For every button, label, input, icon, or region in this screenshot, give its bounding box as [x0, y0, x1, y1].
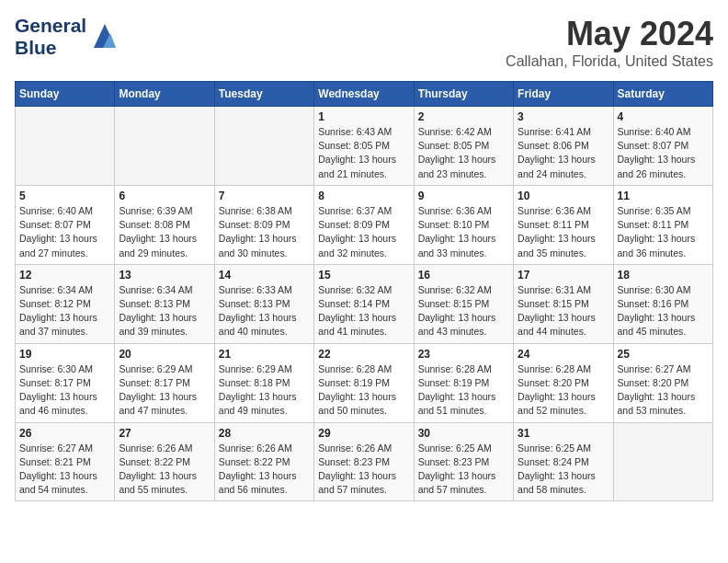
- day-info: Sunrise: 6:28 AMSunset: 8:19 PMDaylight:…: [418, 362, 509, 419]
- calendar-table: SundayMondayTuesdayWednesdayThursdayFrid…: [15, 81, 713, 501]
- calendar-week-row: 26Sunrise: 6:27 AMSunset: 8:21 PMDayligh…: [16, 422, 713, 501]
- calendar-cell: 19Sunrise: 6:30 AMSunset: 8:17 PMDayligh…: [16, 343, 115, 422]
- calendar-cell: 16Sunrise: 6:32 AMSunset: 8:15 PMDayligh…: [414, 264, 513, 343]
- day-number: 28: [219, 427, 310, 440]
- calendar-cell: 8Sunrise: 6:37 AMSunset: 8:09 PMDaylight…: [314, 185, 414, 264]
- calendar-cell: 17Sunrise: 6:31 AMSunset: 8:15 PMDayligh…: [514, 264, 613, 343]
- day-number: 20: [119, 348, 210, 361]
- day-number: 7: [219, 190, 310, 202]
- calendar-cell: 10Sunrise: 6:36 AMSunset: 8:11 PMDayligh…: [514, 185, 613, 264]
- day-number: 4: [618, 110, 709, 123]
- logo-text: GeneralBlue: [15, 15, 86, 59]
- day-number: 3: [518, 110, 609, 123]
- logo-icon: [90, 20, 119, 53]
- weekday-header-thursday: Thursday: [414, 82, 513, 107]
- day-info: Sunrise: 6:32 AMSunset: 8:14 PMDaylight:…: [318, 283, 409, 339]
- calendar-cell: 21Sunrise: 6:29 AMSunset: 8:18 PMDayligh…: [214, 343, 313, 422]
- day-info: Sunrise: 6:39 AMSunset: 8:08 PMDaylight:…: [119, 204, 210, 260]
- calendar-cell: 30Sunrise: 6:25 AMSunset: 8:23 PMDayligh…: [414, 422, 513, 501]
- calendar-cell: 9Sunrise: 6:36 AMSunset: 8:10 PMDaylight…: [414, 185, 513, 264]
- calendar-cell: [16, 107, 115, 186]
- day-number: 24: [518, 348, 609, 361]
- day-info: Sunrise: 6:32 AMSunset: 8:15 PMDaylight:…: [418, 283, 509, 339]
- day-info: Sunrise: 6:42 AMSunset: 8:05 PMDaylight:…: [418, 125, 509, 181]
- calendar-cell: 12Sunrise: 6:34 AMSunset: 8:12 PMDayligh…: [16, 264, 115, 343]
- day-number: 1: [318, 110, 409, 123]
- day-number: 30: [418, 427, 509, 440]
- day-number: 29: [318, 427, 409, 440]
- day-number: 9: [418, 190, 509, 202]
- calendar-week-row: 19Sunrise: 6:30 AMSunset: 8:17 PMDayligh…: [16, 343, 713, 422]
- calendar-cell: 4Sunrise: 6:40 AMSunset: 8:07 PMDaylight…: [613, 107, 712, 186]
- calendar-cell: 28Sunrise: 6:26 AMSunset: 8:22 PMDayligh…: [214, 422, 313, 501]
- day-number: 17: [518, 269, 609, 282]
- calendar-cell: 23Sunrise: 6:28 AMSunset: 8:19 PMDayligh…: [414, 343, 513, 422]
- day-info: Sunrise: 6:40 AMSunset: 8:07 PMDaylight:…: [19, 204, 110, 260]
- day-info: Sunrise: 6:34 AMSunset: 8:12 PMDaylight:…: [19, 283, 110, 339]
- calendar-week-row: 1Sunrise: 6:43 AMSunset: 8:05 PMDaylight…: [16, 107, 713, 186]
- day-info: Sunrise: 6:27 AMSunset: 8:20 PMDaylight:…: [618, 362, 709, 419]
- day-info: Sunrise: 6:37 AMSunset: 8:09 PMDaylight:…: [318, 204, 409, 260]
- day-info: Sunrise: 6:26 AMSunset: 8:23 PMDaylight:…: [318, 442, 409, 498]
- calendar-cell: 15Sunrise: 6:32 AMSunset: 8:14 PMDayligh…: [314, 264, 414, 343]
- weekday-header-tuesday: Tuesday: [214, 82, 313, 107]
- weekday-header-wednesday: Wednesday: [314, 82, 414, 107]
- day-number: 21: [219, 348, 310, 361]
- calendar-cell: 18Sunrise: 6:30 AMSunset: 8:16 PMDayligh…: [613, 264, 712, 343]
- day-number: 8: [318, 190, 409, 202]
- logo: GeneralBlue: [15, 15, 119, 59]
- sub-title: Callahan, Florida, United States: [506, 53, 713, 70]
- day-info: Sunrise: 6:34 AMSunset: 8:13 PMDaylight:…: [119, 283, 210, 339]
- calendar-cell: 22Sunrise: 6:28 AMSunset: 8:19 PMDayligh…: [314, 343, 414, 422]
- day-info: Sunrise: 6:28 AMSunset: 8:19 PMDaylight:…: [318, 362, 409, 419]
- calendar-cell: 14Sunrise: 6:33 AMSunset: 8:13 PMDayligh…: [214, 264, 313, 343]
- calendar-week-row: 5Sunrise: 6:40 AMSunset: 8:07 PMDaylight…: [16, 185, 713, 264]
- weekday-header-saturday: Saturday: [613, 82, 712, 107]
- weekday-header-sunday: Sunday: [16, 82, 115, 107]
- calendar-cell: 2Sunrise: 6:42 AMSunset: 8:05 PMDaylight…: [414, 107, 513, 186]
- day-number: 31: [518, 427, 609, 440]
- weekday-header-monday: Monday: [115, 82, 214, 107]
- day-info: Sunrise: 6:38 AMSunset: 8:09 PMDaylight:…: [219, 204, 310, 260]
- weekday-header-friday: Friday: [514, 82, 613, 107]
- day-info: Sunrise: 6:33 AMSunset: 8:13 PMDaylight:…: [219, 283, 310, 339]
- day-info: Sunrise: 6:30 AMSunset: 8:17 PMDaylight:…: [19, 362, 110, 419]
- day-info: Sunrise: 6:40 AMSunset: 8:07 PMDaylight:…: [618, 125, 709, 181]
- day-info: Sunrise: 6:25 AMSunset: 8:24 PMDaylight:…: [518, 442, 609, 498]
- calendar-cell: 25Sunrise: 6:27 AMSunset: 8:20 PMDayligh…: [613, 343, 712, 422]
- day-number: 27: [119, 427, 210, 440]
- calendar-cell: [214, 107, 313, 186]
- day-info: Sunrise: 6:29 AMSunset: 8:18 PMDaylight:…: [219, 362, 310, 419]
- calendar-cell: [613, 422, 712, 501]
- calendar-cell: 29Sunrise: 6:26 AMSunset: 8:23 PMDayligh…: [314, 422, 414, 501]
- day-number: 18: [618, 269, 709, 282]
- day-number: 11: [618, 190, 709, 202]
- calendar-cell: 24Sunrise: 6:28 AMSunset: 8:20 PMDayligh…: [514, 343, 613, 422]
- weekday-header-row: SundayMondayTuesdayWednesdayThursdayFrid…: [16, 82, 713, 107]
- day-number: 5: [19, 190, 110, 202]
- day-info: Sunrise: 6:29 AMSunset: 8:17 PMDaylight:…: [119, 362, 210, 419]
- day-info: Sunrise: 6:31 AMSunset: 8:15 PMDaylight:…: [518, 283, 609, 339]
- day-info: Sunrise: 6:28 AMSunset: 8:20 PMDaylight:…: [518, 362, 609, 419]
- day-info: Sunrise: 6:36 AMSunset: 8:10 PMDaylight:…: [418, 204, 509, 260]
- day-number: 6: [119, 190, 210, 202]
- day-info: Sunrise: 6:36 AMSunset: 8:11 PMDaylight:…: [518, 204, 609, 260]
- day-info: Sunrise: 6:26 AMSunset: 8:22 PMDaylight:…: [119, 442, 210, 498]
- calendar-cell: 20Sunrise: 6:29 AMSunset: 8:17 PMDayligh…: [115, 343, 214, 422]
- calendar-cell: 26Sunrise: 6:27 AMSunset: 8:21 PMDayligh…: [16, 422, 115, 501]
- calendar-cell: 1Sunrise: 6:43 AMSunset: 8:05 PMDaylight…: [314, 107, 414, 186]
- day-number: 26: [19, 427, 110, 440]
- day-info: Sunrise: 6:27 AMSunset: 8:21 PMDaylight:…: [19, 442, 110, 498]
- day-number: 16: [418, 269, 509, 282]
- day-number: 14: [219, 269, 310, 282]
- day-info: Sunrise: 6:26 AMSunset: 8:22 PMDaylight:…: [219, 442, 310, 498]
- calendar-cell: 6Sunrise: 6:39 AMSunset: 8:08 PMDaylight…: [115, 185, 214, 264]
- calendar-cell: 27Sunrise: 6:26 AMSunset: 8:22 PMDayligh…: [115, 422, 214, 501]
- day-info: Sunrise: 6:30 AMSunset: 8:16 PMDaylight:…: [618, 283, 709, 339]
- day-info: Sunrise: 6:35 AMSunset: 8:11 PMDaylight:…: [618, 204, 709, 260]
- calendar-week-row: 12Sunrise: 6:34 AMSunset: 8:12 PMDayligh…: [16, 264, 713, 343]
- calendar-cell: [115, 107, 214, 186]
- day-info: Sunrise: 6:41 AMSunset: 8:06 PMDaylight:…: [518, 125, 609, 181]
- day-number: 15: [318, 269, 409, 282]
- calendar-cell: 3Sunrise: 6:41 AMSunset: 8:06 PMDaylight…: [514, 107, 613, 186]
